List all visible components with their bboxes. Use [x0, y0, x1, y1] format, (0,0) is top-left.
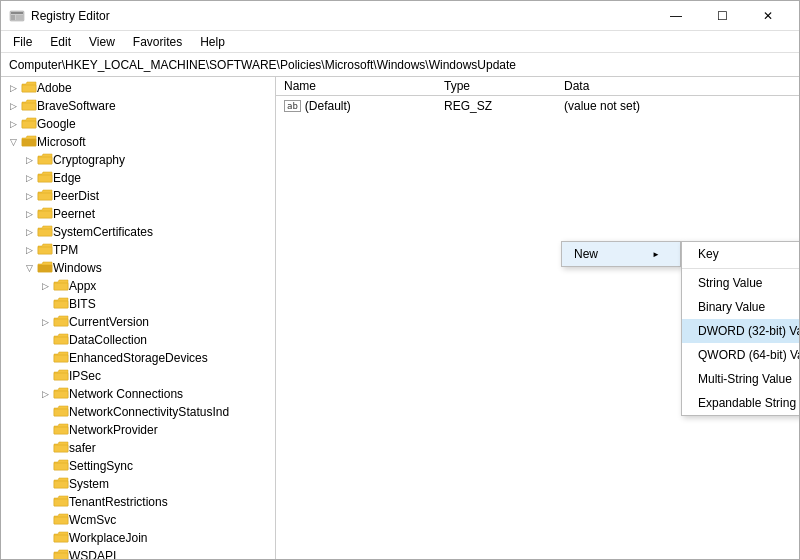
expand-icon-currentversion: ▷ — [37, 317, 53, 327]
tree-panel[interactable]: ▷ Adobe ▷ BraveSoftware ▷ — [1, 77, 276, 559]
tree-item-datacollection[interactable]: DataCollection — [1, 331, 275, 349]
submenu-expandable-string-value[interactable]: Expandable String Value — [682, 391, 799, 415]
tree-label-windows: Windows — [53, 261, 102, 275]
tree-label-systemcertificates: SystemCertificates — [53, 225, 153, 239]
folder-icon-networkprovider — [53, 423, 69, 437]
cell-data: (value not set) — [556, 96, 799, 116]
svg-rect-5 — [22, 103, 36, 110]
svg-rect-27 — [54, 499, 68, 506]
tree-item-ipsec[interactable]: IPSec — [1, 367, 275, 385]
menu-file[interactable]: File — [5, 33, 40, 51]
svg-rect-8 — [38, 157, 52, 164]
submenu-divider — [682, 268, 799, 269]
folder-icon-peerdist — [37, 189, 53, 203]
menu-edit[interactable]: Edit — [42, 33, 79, 51]
folder-icon-workplacejoin — [53, 531, 69, 545]
tree-item-settingsync[interactable]: SettingSync — [1, 457, 275, 475]
tree-item-microsoft[interactable]: ▽ Microsoft — [1, 133, 275, 151]
default-value-icon: ab (Default) — [284, 99, 351, 113]
tree-label-system: System — [69, 477, 109, 491]
title-bar: Registry Editor — ☐ ✕ — [1, 1, 799, 31]
tree-item-enhancedstoragedevices[interactable]: EnhancedStorageDevices — [1, 349, 275, 367]
svg-rect-25 — [54, 463, 68, 470]
svg-rect-7 — [22, 139, 36, 146]
submenu-binary-value[interactable]: Binary Value — [682, 295, 799, 319]
tree-label-bravesoftware: BraveSoftware — [37, 99, 116, 113]
ab-badge: ab — [284, 100, 301, 112]
tree-item-safer[interactable]: safer — [1, 439, 275, 457]
context-menu-new-label: New — [574, 247, 598, 261]
tree-item-peerdist[interactable]: ▷ PeerDist — [1, 187, 275, 205]
svg-rect-9 — [38, 175, 52, 182]
context-menu-new[interactable]: New ► — [562, 242, 680, 266]
tree-item-peernet[interactable]: ▷ Peernet — [1, 205, 275, 223]
svg-rect-6 — [22, 121, 36, 128]
tree-item-bits[interactable]: BITS — [1, 295, 275, 313]
svg-rect-3 — [16, 15, 23, 20]
tree-item-tpm[interactable]: ▷ TPM — [1, 241, 275, 259]
tree-item-networkconnectivitystatusind[interactable]: NetworkConnectivityStatusInd — [1, 403, 275, 421]
svg-rect-28 — [54, 517, 68, 524]
tree-item-tenantrestrictions[interactable]: TenantRestrictions — [1, 493, 275, 511]
tree-item-networkprovider[interactable]: NetworkProvider — [1, 421, 275, 439]
tree-item-cryptography[interactable]: ▷ Cryptography — [1, 151, 275, 169]
tree-item-windows[interactable]: ▽ Windows — [1, 259, 275, 277]
tree-item-appx[interactable]: ▷ Appx — [1, 277, 275, 295]
table-row[interactable]: ab (Default) REG_SZ (value not set) — [276, 96, 799, 116]
close-button[interactable]: ✕ — [745, 1, 791, 31]
minimize-button[interactable]: — — [653, 1, 699, 31]
tree-item-system[interactable]: System — [1, 475, 275, 493]
svg-rect-18 — [54, 337, 68, 344]
folder-icon-wsdapi — [53, 549, 69, 559]
tree-item-adobe[interactable]: ▷ Adobe — [1, 79, 275, 97]
tree-label-cryptography: Cryptography — [53, 153, 125, 167]
svg-rect-2 — [11, 15, 15, 20]
folder-icon-currentversion — [53, 315, 69, 329]
registry-editor-window: Registry Editor — ☐ ✕ File Edit View Fav… — [0, 0, 800, 560]
title-bar-left: Registry Editor — [9, 8, 110, 24]
folder-icon-bits — [53, 297, 69, 311]
expand-icon-peernet: ▷ — [21, 209, 37, 219]
tree-item-wsdapi[interactable]: WSDAPI — [1, 547, 275, 559]
tree-label-adobe: Adobe — [37, 81, 72, 95]
tree-label-wcmsvc: WcmSvc — [69, 513, 116, 527]
tree-item-workplacejoin[interactable]: WorkplaceJoin — [1, 529, 275, 547]
folder-icon-safer — [53, 441, 69, 455]
tree-item-bravesoftware[interactable]: ▷ BraveSoftware — [1, 97, 275, 115]
menu-view[interactable]: View — [81, 33, 123, 51]
folder-icon-edge — [37, 171, 53, 185]
submenu-multi-string-value[interactable]: Multi-String Value — [682, 367, 799, 391]
svg-rect-12 — [38, 229, 52, 236]
expand-icon-appx: ▷ — [37, 281, 53, 291]
menu-favorites[interactable]: Favorites — [125, 33, 190, 51]
expand-icon-windows: ▽ — [21, 263, 37, 273]
svg-rect-21 — [54, 391, 68, 398]
svg-rect-20 — [54, 373, 68, 380]
tree-item-networkconnections[interactable]: ▷ Network Connections — [1, 385, 275, 403]
maximize-button[interactable]: ☐ — [699, 1, 745, 31]
tree-label-peerdist: PeerDist — [53, 189, 99, 203]
tree-item-currentversion[interactable]: ▷ CurrentVersion — [1, 313, 275, 331]
folder-icon-tpm — [37, 243, 53, 257]
cell-name: ab (Default) — [276, 96, 436, 116]
tree-item-wcmsvc[interactable]: WcmSvc — [1, 511, 275, 529]
tree-label-enhancedstoragedevices: EnhancedStorageDevices — [69, 351, 208, 365]
tree-item-google[interactable]: ▷ Google — [1, 115, 275, 133]
submenu-dword-value[interactable]: DWORD (32-bit) Value — [682, 319, 799, 343]
col-type: Type — [436, 77, 556, 96]
menu-help[interactable]: Help — [192, 33, 233, 51]
svg-rect-23 — [54, 427, 68, 434]
expand-icon-edge: ▷ — [21, 173, 37, 183]
tree-item-edge[interactable]: ▷ Edge — [1, 169, 275, 187]
main-content: ▷ Adobe ▷ BraveSoftware ▷ — [1, 77, 799, 559]
registry-table: Name Type Data ab (Default) REG_SZ — [276, 77, 799, 115]
folder-icon-google — [21, 117, 37, 131]
cell-type: REG_SZ — [436, 96, 556, 116]
folder-icon-tenantrestrictions — [53, 495, 69, 509]
svg-rect-19 — [54, 355, 68, 362]
submenu-key[interactable]: Key — [682, 242, 799, 266]
submenu-qword-value[interactable]: QWORD (64-bit) Value — [682, 343, 799, 367]
submenu-string-value[interactable]: String Value — [682, 271, 799, 295]
tree-item-systemcertificates[interactable]: ▷ SystemCertificates — [1, 223, 275, 241]
tree-label-networkconnectivitystatusind: NetworkConnectivityStatusInd — [69, 405, 229, 419]
